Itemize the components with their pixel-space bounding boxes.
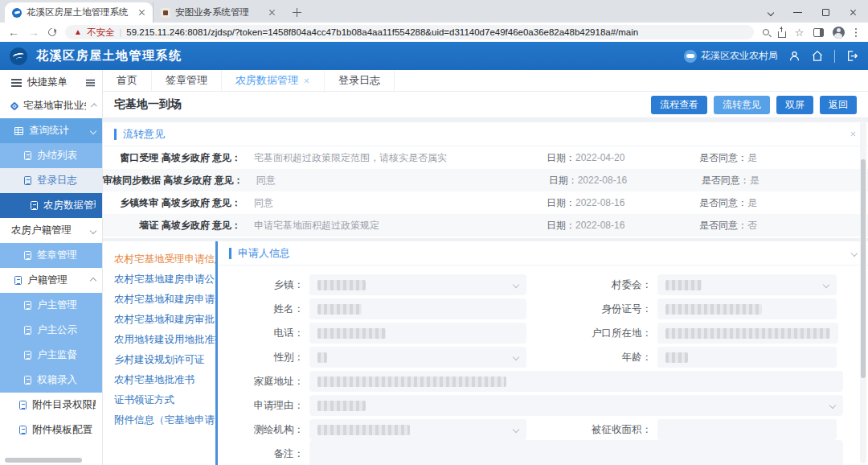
vertical-scrollbar[interactable] <box>860 121 866 463</box>
sidebar-item-farmhouse-data[interactable]: 农房数据管理 <box>0 193 102 218</box>
sidebar-item-attachment-template[interactable]: 附件模板配置 <box>0 418 102 442</box>
document-icon <box>24 351 31 360</box>
form-nav-item-approval-certificate[interactable]: 农村宅基地批准书 <box>103 370 215 390</box>
app-title: 花溪区房屋土地管理系统 <box>36 48 182 64</box>
chevron-down-icon <box>513 354 519 360</box>
screen: 花溪区房屋土地管理系统 安图业务系统管理 ← → ▲ 不安全 | 59.215.… <box>0 0 868 465</box>
browser-toolbar: ← → ▲ 不安全 | 59.215.11.246:8081/zjdsp/?to… <box>0 23 868 42</box>
field-label: 被征收面积： <box>526 423 657 437</box>
address-divider: | <box>119 27 121 37</box>
tab-home[interactable]: 首页 <box>103 70 152 91</box>
form-nav-item-land-conversion-report[interactable]: 农用地转建设用地批准报告 <box>103 330 215 350</box>
chevron-down-icon <box>513 426 519 433</box>
sidebar-item-farmhouse-household[interactable]: 农房户籍管理 <box>0 218 102 243</box>
redacted-value <box>665 352 688 363</box>
browser-menu-icon[interactable] <box>855 28 858 31</box>
back-icon[interactable]: ← <box>8 27 19 38</box>
chevron-down-icon <box>823 282 829 288</box>
browser-tab-inactive[interactable]: 安图业务系统管理 <box>153 2 283 23</box>
chevron-down-icon <box>513 282 519 288</box>
form-nav-item-approval-form[interactable]: 农村宅基地和建房审批表 <box>103 310 215 330</box>
form-nav-item-planning-permit[interactable]: 乡村建设规划许可证 <box>103 350 215 370</box>
user-icon[interactable] <box>788 50 800 62</box>
forward-icon[interactable]: → <box>28 27 39 38</box>
close-window-button[interactable] <box>850 9 857 16</box>
form-nav-item-application-form[interactable]: 农村宅基地和建房申请表 <box>103 290 215 310</box>
sidebar-item-attachment-permission[interactable]: 附件目录权限配置 <box>0 393 102 418</box>
app-logo-icon <box>10 47 27 65</box>
minimize-button[interactable] <box>793 12 802 14</box>
form-nav-item-building-publicity[interactable]: 农村宅基地建房申请公示 <box>103 270 215 290</box>
refresh-icon[interactable] <box>47 27 58 38</box>
expropriated-area-field[interactable] <box>657 419 837 440</box>
remark-textarea[interactable] <box>309 440 843 465</box>
browser-profile-avatar[interactable] <box>833 27 845 39</box>
vertical-scrollbar-thumb[interactable] <box>861 159 866 378</box>
dual-screen-button[interactable]: 双屏 <box>776 96 813 114</box>
org-name: 花溪区农业农村局 <box>701 49 778 63</box>
tab-login-log[interactable]: 登录日志 <box>325 70 395 91</box>
application-reason-select[interactable] <box>309 395 843 416</box>
name-field[interactable] <box>309 298 526 319</box>
form-nav-item-certificate-method[interactable]: 证书领证方式 <box>103 390 215 410</box>
collapse-section-icon[interactable] <box>851 249 858 256</box>
zoom-icon[interactable] <box>763 29 769 35</box>
age-field[interactable] <box>657 347 837 368</box>
sidebar-item-owner-supervision[interactable]: 户主监督 <box>0 343 102 368</box>
collapse-menu-icon[interactable] <box>86 79 95 86</box>
share-icon[interactable] <box>778 31 786 38</box>
sidebar-item-zhaijidi-approval[interactable]: 宅基地审批业务 <box>0 93 102 118</box>
browser-tab-active[interactable]: 花溪区房屋土地管理系统 <box>5 2 153 23</box>
home-address-field[interactable] <box>309 371 843 392</box>
redacted-value <box>665 328 830 339</box>
sidebar-item-owner-publicity[interactable]: 户主公示 <box>0 318 102 343</box>
sidebar-item-query-stats[interactable]: 查询统计 <box>0 118 102 143</box>
process-view-button[interactable]: 流程查看 <box>651 96 707 114</box>
tab-signature-mgmt[interactable]: 签章管理 <box>152 70 222 91</box>
document-icon <box>31 201 38 210</box>
tab-close-icon[interactable] <box>304 77 309 83</box>
sidebar-item-signature-mgmt[interactable]: 签章管理 <box>0 243 102 268</box>
id-number-field[interactable] <box>657 298 837 319</box>
chevron-up-icon <box>90 102 96 109</box>
logout-icon[interactable] <box>845 50 858 62</box>
phone-field[interactable] <box>309 323 526 344</box>
field-label: 村委会： <box>526 278 657 292</box>
redacted-value <box>665 304 762 315</box>
applicant-header: 申请人信息 <box>218 241 868 265</box>
maximize-button[interactable] <box>822 9 829 16</box>
section-title: 申请人信息 <box>229 248 290 259</box>
address-bar[interactable]: ▲ 不安全 | 59.215.11.246:8081/zjdsp/?token=… <box>65 25 754 39</box>
return-button[interactable]: 返回 <box>820 96 857 114</box>
sidebar-item-owner-mgmt[interactable]: 户主管理 <box>0 293 102 318</box>
cloud-icon <box>684 50 697 63</box>
security-warning-icon: ▲ <box>74 28 82 36</box>
form-nav-item-attachment-info[interactable]: 附件信息（宅基地申请） <box>103 410 215 430</box>
close-panel-icon[interactable] <box>850 131 856 137</box>
sidebar-item-rights-entry[interactable]: 权籍录入 <box>0 368 102 393</box>
home-icon[interactable] <box>811 50 824 62</box>
split-view-icon[interactable] <box>813 28 824 37</box>
sidebar-item-login-log[interactable]: 登录日志 <box>0 168 102 193</box>
tab-search-icon[interactable] <box>768 9 774 15</box>
sidebar-item-quick-menu[interactable]: 快捷菜单 <box>0 72 102 93</box>
flow-opinion-button[interactable]: 流转意见 <box>714 96 770 114</box>
horizontal-scrollbar-thumb[interactable] <box>5 458 82 463</box>
opinion-row: 墙证 高坡乡政府 意见： 申请宅基地面积超过政策规定 日期：2022-08-16… <box>103 214 868 237</box>
redacted-value <box>317 280 366 290</box>
sidebar-item-completed-list[interactable]: 办结列表 <box>0 143 102 168</box>
village-select[interactable] <box>657 274 837 295</box>
township-select[interactable] <box>309 274 526 295</box>
gender-select[interactable] <box>309 347 526 368</box>
tab-farmhouse-data[interactable]: 农房数据管理 <box>222 70 325 91</box>
chevron-down-icon <box>90 227 96 233</box>
sidebar-item-household-mgmt[interactable]: 户籍管理 <box>0 268 102 293</box>
tab-close-icon[interactable] <box>138 9 145 16</box>
org-badge[interactable]: 花溪区农业农村局 <box>684 49 778 63</box>
survey-agency-select[interactable] <box>309 419 526 440</box>
tab-close-icon-2[interactable] <box>268 9 276 16</box>
form-nav-item-acceptance-info[interactable]: 农村宅基地受理申请信息 <box>103 249 215 270</box>
bookmark-star-icon[interactable]: ☆ <box>795 27 805 38</box>
new-tab-button[interactable] <box>293 8 301 17</box>
registered-address-field[interactable] <box>657 323 838 344</box>
